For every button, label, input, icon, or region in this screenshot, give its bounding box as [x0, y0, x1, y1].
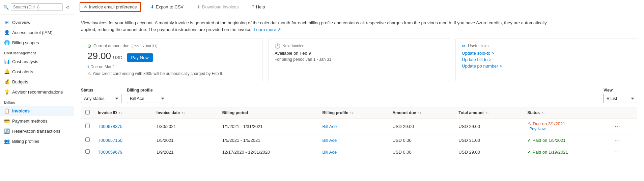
- sidebar-search-container: 🔍 «: [0, 0, 74, 15]
- access-control-icon: 👤: [4, 30, 9, 35]
- sidebar-item-label: Invoices: [12, 108, 30, 113]
- toolbar-divider-3: [245, 4, 245, 10]
- learn-more-link[interactable]: Learn more ↗: [254, 27, 281, 32]
- search-input[interactable]: [11, 3, 63, 11]
- sidebar-item-invoices[interactable]: 📋 Invoices: [0, 106, 74, 116]
- sort-icon-invoice-id[interactable]: ↑↓: [119, 111, 122, 115]
- row-actions-button[interactable]: ···: [615, 123, 621, 129]
- billing-section-label: Billing: [0, 97, 74, 106]
- collapse-button[interactable]: «: [65, 3, 71, 11]
- page-description: View invoices for your billing account. …: [81, 20, 553, 33]
- help-label: Help: [256, 4, 265, 9]
- sort-icon-billing-profile[interactable]: ↑↓: [350, 111, 354, 115]
- sidebar-item-label: Reservation transactions: [12, 129, 60, 134]
- row-checkbox-cell: [81, 146, 94, 158]
- download-invoices-button[interactable]: ⬇ Download invoices: [193, 2, 242, 11]
- row-amount-due: USD 0.00: [388, 134, 454, 146]
- envelope-icon: ✉: [84, 4, 87, 9]
- sidebar-item-payment-methods[interactable]: 💳 Payment methods: [0, 116, 74, 126]
- invoices-icon: 📋: [4, 108, 9, 113]
- row-checkbox[interactable]: [85, 137, 90, 142]
- row-actions-cell: ···: [611, 146, 637, 158]
- row-checkbox[interactable]: [85, 124, 90, 128]
- export-csv-button[interactable]: ⬇ Export to CSV: [147, 2, 187, 11]
- sort-icon-invoice-date[interactable]: ↑↓: [182, 111, 185, 115]
- row-actions-cell: ···: [611, 134, 637, 146]
- amount-due-value: 29.00 USD Pay Now: [87, 51, 256, 62]
- update-po-number-link[interactable]: Update po number >: [462, 63, 631, 69]
- billing-profile-filter-label: Billing profile: [127, 88, 167, 93]
- budgets-icon: 💰: [4, 79, 9, 84]
- sidebar-item-access-control[interactable]: 👤 Access control (IAM): [0, 27, 74, 37]
- status-filter-select[interactable]: Any status Due Paid Past due: [81, 94, 121, 103]
- billing-profiles-icon: 👥: [4, 138, 9, 144]
- invoice-email-label: Invoice email preference: [89, 4, 137, 9]
- col-billing-profile: Billing profile ↑↓: [318, 107, 389, 119]
- pay-now-card-button[interactable]: Pay Now: [127, 53, 153, 62]
- page-content: View invoices for your billing account. …: [74, 14, 644, 181]
- invoice-id-link[interactable]: T000659679: [98, 150, 122, 155]
- status-filter-label: Status: [81, 88, 121, 93]
- filters-row: Status Any status Due Paid Past due Bill…: [81, 88, 637, 103]
- invoice-id-link[interactable]: T000657150: [98, 138, 122, 143]
- col-status: Status ↑↓: [523, 107, 611, 119]
- invoice-id-link[interactable]: T000678375: [98, 124, 122, 129]
- payment-methods-icon: 💳: [4, 118, 9, 124]
- view-select[interactable]: ≡ List ⊞ Grid: [604, 94, 637, 103]
- sort-icon-amount-due[interactable]: ↑↓: [418, 111, 421, 115]
- billing-profile-filter-select[interactable]: Bill Ace All: [127, 94, 167, 103]
- help-icon: ?: [252, 4, 254, 9]
- clock-icon: 🕐: [275, 43, 280, 49]
- billing-profile-link[interactable]: Bill Ace: [323, 138, 337, 143]
- row-actions-button[interactable]: ···: [615, 137, 621, 143]
- table-row: T000678375 1/30/2021 1/1/2021 - 1/31/202…: [81, 119, 637, 134]
- cost-alerts-icon: 🔔: [4, 69, 9, 74]
- invoice-email-preference-button[interactable]: ✉ Invoice email preference: [80, 2, 141, 12]
- col-billing-period: Billing period: [218, 107, 318, 119]
- due-date-text: ℹ Due on Mar 1: [87, 64, 256, 69]
- sidebar-item-label: Cost alerts: [12, 69, 33, 74]
- sort-icon-status[interactable]: ↑↓: [541, 111, 545, 115]
- sidebar-item-cost-alerts[interactable]: 🔔 Cost alerts: [0, 67, 74, 77]
- row-checkbox-cell: [81, 134, 94, 146]
- sidebar-item-billing-scopes[interactable]: 🌐 Billing scopes: [0, 37, 74, 48]
- row-actions-button[interactable]: ···: [615, 149, 621, 155]
- col-actions: [611, 107, 637, 119]
- sidebar-item-budgets[interactable]: 💰 Budgets: [0, 77, 74, 87]
- select-all-checkbox[interactable]: [85, 110, 90, 114]
- row-amount-due: USD 0.00: [388, 146, 454, 158]
- sidebar-item-advisor-recommendations[interactable]: 💡 Advisor recommendations: [0, 87, 74, 97]
- billing-profile-link[interactable]: Bill Ace: [323, 150, 337, 155]
- pay-now-row-link[interactable]: Pay Now: [529, 127, 545, 131]
- current-amount-due-card: ⊙ Current amount due (Jan 1 - Jan 31) 29…: [81, 38, 263, 81]
- toolbar-divider-1: [144, 4, 144, 10]
- row-checkbox[interactable]: [85, 149, 90, 154]
- sidebar-item-label: Access control (IAM): [12, 30, 53, 35]
- col-total-amount: Total amount ↑↓: [454, 107, 523, 119]
- sidebar-item-billing-profiles[interactable]: 👥 Billing profiles: [0, 136, 74, 146]
- row-status: ⚠Due on 3/1/2021Pay Now: [523, 119, 611, 134]
- download-icon: ⬇: [197, 4, 200, 9]
- status-paid: ✔Paid on 1/5/2021: [527, 138, 607, 143]
- sidebar-item-overview[interactable]: ⊞ Overview: [0, 17, 74, 27]
- sidebar-nav: ⊞ Overview 👤 Access control (IAM) 🌐 Bill…: [0, 15, 74, 181]
- sidebar-item-cost-analysis[interactable]: 📊 Cost analysis: [0, 56, 74, 67]
- sidebar-item-label: Overview: [12, 20, 30, 25]
- view-group: View ≡ List ⊞ Grid: [604, 88, 637, 103]
- billing-profile-link[interactable]: Bill Ace: [323, 124, 337, 129]
- reservation-transactions-icon: 🔄: [4, 128, 9, 134]
- update-bill-to-link[interactable]: Update bill-to >: [462, 57, 631, 62]
- export-csv-label: Export to CSV: [156, 4, 184, 9]
- sidebar-item-reservation-transactions[interactable]: 🔄 Reservation transactions: [0, 126, 74, 136]
- table-row: T000657150 1/5/2021 1/5/2021 - 1/5/2021 …: [81, 134, 637, 146]
- row-invoice-id: T000657150: [94, 134, 152, 146]
- row-invoice-id: T000678375: [94, 119, 152, 134]
- row-total-amount: USD 29.00: [454, 119, 523, 134]
- billing-scopes-icon: 🌐: [4, 40, 9, 45]
- sort-icon-total-amount[interactable]: ↑↓: [485, 111, 489, 115]
- update-sold-to-link[interactable]: Update sold-to >: [462, 51, 631, 56]
- status-paid: ✔Paid on 1/19/2021: [527, 150, 607, 155]
- row-billing-profile: Bill Ace: [318, 146, 389, 158]
- warning-icon: ⚠: [527, 121, 531, 126]
- help-button[interactable]: ? Help: [248, 2, 269, 11]
